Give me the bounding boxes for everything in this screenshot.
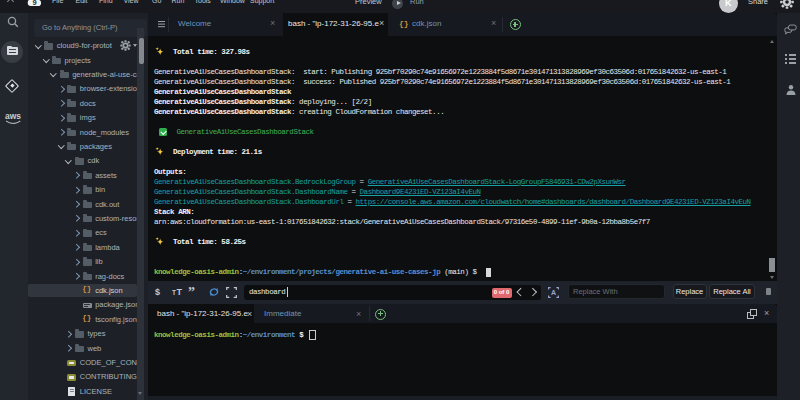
svg-text:A: A [550, 289, 555, 296]
svg-text:9: 9 [32, 0, 36, 6]
